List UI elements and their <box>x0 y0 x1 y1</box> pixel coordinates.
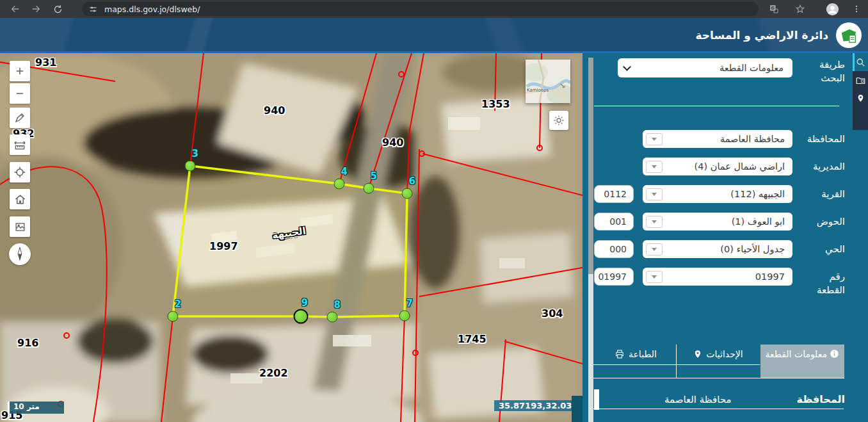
site-settings-icon[interactable] <box>88 4 98 14</box>
locate-tool-button[interactable] <box>10 162 30 183</box>
app-title: دائرة الاراضي و المساحة <box>696 29 828 42</box>
search-panel: طريقة البحث معلومات القطعة المحافظة محاف… <box>583 53 868 422</box>
parcel-number-field-label: رقم القطعة <box>800 270 845 297</box>
reload-icon[interactable] <box>50 2 65 16</box>
cursor-coordinates: 35.87193,32.03499 <box>494 400 583 411</box>
parcel-vertex[interactable]: 9 <box>294 309 309 324</box>
forward-icon[interactable] <box>28 2 44 16</box>
url-bar[interactable]: maps.dls.gov.jo/dlsweb/ <box>82 2 759 16</box>
map-corner-fill <box>572 396 583 422</box>
parcel-number-code-field[interactable]: 01997 <box>594 268 634 286</box>
parcel-number-label: 1997 <box>209 240 238 252</box>
parcel-number-label: 940 <box>382 136 403 149</box>
url-text: maps.dls.gov.jo/dlsweb/ <box>104 4 200 14</box>
zoom-in-button[interactable] <box>10 61 30 81</box>
main-content: 931 932 940 940 1353 1997 2202 1745 304 … <box>0 53 868 422</box>
basin-code-field[interactable]: 001 <box>594 213 634 231</box>
search-nav-item[interactable] <box>853 53 868 71</box>
minimap-place-label: Kamloops <box>527 88 549 93</box>
divider <box>593 364 760 365</box>
location-pin-icon <box>856 93 865 103</box>
parcel-vertex[interactable]: 2 <box>168 311 179 322</box>
directorate-label: المديرية <box>787 160 845 174</box>
chevron-down-icon <box>646 216 663 228</box>
folder-icon <box>856 76 865 85</box>
parcel-vertex[interactable]: 3 <box>185 161 196 172</box>
dls-maps-app: { "browser": { "url": "maps.dls.gov.jo/d… <box>0 0 868 422</box>
zoom-out-button[interactable] <box>10 83 30 104</box>
measure-tool-button[interactable] <box>10 134 30 155</box>
parcel-vertex[interactable]: 6 <box>402 188 413 199</box>
browser-toolbar: maps.dls.gov.jo/dlsweb/ G <box>0 0 868 18</box>
chevron-down-icon <box>646 188 663 200</box>
parcel-number-select[interactable]: 01997 <box>643 268 792 286</box>
village-label: القرية <box>787 188 845 201</box>
basemap-toggle-button[interactable] <box>10 216 30 237</box>
chevron-down-icon <box>646 161 663 173</box>
chevron-down-icon <box>646 133 663 145</box>
result-governorate-label: المحافظة <box>796 393 845 405</box>
home-extent-button[interactable] <box>10 189 30 209</box>
info-icon <box>830 349 839 359</box>
tab-coordinates[interactable]: الإحداثيات <box>677 345 760 364</box>
location-nav-item[interactable] <box>853 89 868 107</box>
chevron-down-icon <box>646 243 663 256</box>
parcel-vertex[interactable]: 8 <box>327 312 338 323</box>
chevron-down-icon <box>646 271 663 283</box>
directorate-select[interactable]: اراضي شمال عمان (4) <box>643 158 792 175</box>
result-governorate-value: محافظة العاصمة <box>664 394 732 405</box>
parcel-vertex[interactable]: 7 <box>399 311 410 321</box>
basin-label: الحوض <box>787 215 845 229</box>
search-method-select[interactable]: معلومات القطعة <box>618 58 792 77</box>
panel-tabs: الطباعة الإحداثيات معلومات القطعة <box>593 345 844 378</box>
app-header: دائرة الاراضي و المساحة <box>0 18 868 53</box>
parcel-number-label: 940 <box>264 104 285 117</box>
parcel-number-label: 931 <box>35 56 56 69</box>
basin-select[interactable]: ابو العوف (1) <box>643 213 792 231</box>
overview-minimap[interactable]: Kamloops <box>526 60 570 103</box>
dls-logo <box>836 22 862 48</box>
profile-avatar[interactable] <box>824 2 840 16</box>
parcel-vertex[interactable]: 4 <box>334 179 345 190</box>
bookmark-star-icon[interactable] <box>792 2 808 16</box>
district-label: الحي <box>787 243 845 256</box>
parcel-number-label: 2202 <box>259 367 288 379</box>
parcel-number-label: 916 <box>17 337 38 349</box>
divider <box>593 378 844 378</box>
compass-button[interactable] <box>9 243 31 265</box>
tab-print[interactable]: الطباعة <box>595 345 676 364</box>
governorate-select[interactable]: محافظة العاصمة <box>643 130 792 148</box>
parcel-vertex[interactable]: 5 <box>364 183 374 194</box>
scale-bar: 10 متر <box>8 402 64 414</box>
translate-icon[interactable]: G <box>766 2 782 16</box>
tab-parcel-info[interactable]: معلومات القطعة <box>760 345 844 378</box>
divider <box>594 106 839 106</box>
divider <box>676 345 677 378</box>
back-icon[interactable] <box>8 2 23 16</box>
location-pin-icon <box>693 349 702 359</box>
result-marker <box>594 389 599 410</box>
printer-icon <box>615 349 625 359</box>
search-icon <box>856 58 865 67</box>
draw-tool-button[interactable] <box>10 108 30 128</box>
sidebar-scrollbar-thumb[interactable] <box>588 58 593 274</box>
divider <box>593 409 844 409</box>
parcel-number-label: 304 <box>542 307 563 320</box>
parcel-number-label: 1745 <box>458 333 486 345</box>
side-nav-strip <box>853 53 868 130</box>
brightness-button[interactable] <box>549 111 568 130</box>
governorate-label: المحافظة <box>787 133 845 146</box>
district-select[interactable]: جدول الأحياء (0) <box>643 240 792 258</box>
map-canvas[interactable]: 931 932 940 940 1353 1997 2202 1745 304 … <box>0 53 583 422</box>
chevron-down-icon <box>623 63 631 71</box>
browser-menu-icon[interactable] <box>849 2 864 16</box>
search-method-label: طريقة البحث <box>800 58 845 85</box>
district-code-field[interactable]: 000 <box>594 240 634 258</box>
layers-nav-item[interactable] <box>853 71 868 89</box>
parcel-number-label: 1353 <box>481 98 510 110</box>
village-select[interactable]: الجبيهه (112) <box>643 185 792 203</box>
village-code-field[interactable]: 0112 <box>594 185 634 203</box>
